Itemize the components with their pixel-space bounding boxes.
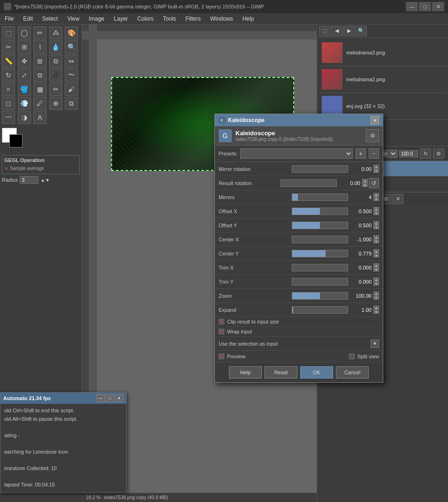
tool-blend[interactable]: ▦ — [33, 83, 46, 96]
panel-tool-3[interactable]: ▶ — [343, 26, 355, 36]
tool-rotate[interactable]: ↻ — [2, 69, 15, 82]
tool-free-select[interactable]: ✏ — [33, 26, 46, 39]
minimize-button[interactable]: — — [406, 2, 418, 11]
center-x-down[interactable]: ▼ — [373, 239, 379, 243]
result-rotation-reset-btn[interactable]: ↺ — [369, 178, 379, 188]
center-y-up[interactable]: ▲ — [373, 249, 379, 253]
split-view-checkbox[interactable] — [349, 354, 355, 359]
menu-tools[interactable]: Tools — [158, 13, 181, 24]
expand-up[interactable]: ▲ — [373, 306, 379, 309]
mirrors-bar[interactable] — [292, 193, 348, 201]
center-x-up[interactable]: ▲ — [373, 235, 379, 239]
zoom-up[interactable]: ▲ — [373, 292, 379, 295]
tool-ellipse-select[interactable]: ◯ — [18, 26, 31, 39]
tool-flip[interactable]: ⇔ — [65, 54, 78, 68]
trim-y-down[interactable]: ▼ — [373, 282, 379, 286]
zoom-bar[interactable] — [292, 292, 348, 300]
layers-refresh-btn[interactable]: ↻ — [420, 148, 431, 159]
offset-y-down[interactable]: ▼ — [373, 225, 379, 229]
background-color-swatch[interactable] — [9, 134, 23, 147]
presets-add-button[interactable]: + — [356, 148, 366, 159]
trim-x-bar[interactable] — [292, 264, 348, 271]
panel-tool-4[interactable]: 🔍 — [356, 26, 367, 36]
expand-down[interactable]: ▼ — [373, 310, 379, 314]
image-item-1[interactable]: melodrama3.png — [319, 39, 446, 66]
mirror-rotation-down[interactable]: ▼ — [373, 169, 379, 173]
menu-select[interactable]: Select — [38, 13, 62, 24]
tool-warp[interactable]: 〜 — [65, 69, 78, 82]
script-close-btn[interactable]: ✕ — [115, 394, 123, 402]
use-selection-dropdown[interactable]: ▼ — [371, 340, 379, 348]
center-y-down[interactable]: ▼ — [373, 254, 379, 257]
presets-select[interactable] — [240, 148, 353, 159]
tool-airbrush[interactable]: 💨 — [18, 97, 31, 110]
result-rotation-down[interactable]: ▼ — [362, 183, 368, 187]
tool-zoom[interactable]: 🔍 — [65, 40, 78, 54]
expand-bar[interactable] — [292, 306, 348, 314]
trim-x-down[interactable]: ▼ — [373, 268, 379, 271]
tool-eraser[interactable]: ◻ — [2, 97, 15, 110]
maximize-button[interactable]: □ — [419, 2, 431, 11]
result-rotation-bar[interactable] — [281, 179, 337, 187]
radius-input[interactable] — [20, 176, 38, 184]
tool-smudge[interactable]: 〰 — [2, 111, 15, 124]
trim-y-up[interactable]: ▲ — [373, 278, 379, 281]
offset-y-up[interactable]: ▲ — [373, 221, 379, 225]
delete-layer-btn[interactable]: ✕ — [392, 194, 403, 204]
offset-x-bar[interactable] — [292, 208, 348, 215]
center-y-bar[interactable] — [292, 250, 348, 257]
tool-transform[interactable]: ⧉ — [49, 54, 62, 68]
menu-view[interactable]: View — [62, 13, 84, 24]
tool-paths[interactable]: ⌇ — [33, 40, 46, 54]
close-button[interactable]: ✕ — [432, 2, 444, 11]
menu-file[interactable]: File — [0, 13, 18, 24]
presets-delete-button[interactable]: − — [369, 148, 379, 159]
tool-foreground-select[interactable]: ⊞ — [18, 40, 31, 54]
mirror-rotation-bar[interactable] — [292, 165, 348, 173]
tool-measure[interactable]: 📏 — [2, 54, 15, 68]
wrap-input-checkbox[interactable]: ✕ — [219, 329, 224, 334]
tool-color-picker[interactable]: 💧 — [49, 40, 62, 54]
dialog-close-button[interactable]: ✕ — [371, 116, 379, 124]
zoom-down[interactable]: ▼ — [373, 296, 379, 300]
tool-shear[interactable]: ⧉ — [33, 69, 46, 82]
result-rotation-up[interactable]: ▲ — [362, 179, 368, 183]
mirrors-down[interactable]: ▼ — [373, 197, 379, 201]
tool-bucket-fill[interactable]: 🪣 — [18, 83, 31, 96]
tool-dodge-burn[interactable]: ◑ — [18, 111, 31, 124]
canvas-zoom[interactable]: 18.2 % — [86, 495, 100, 500]
mirror-rotation-up[interactable]: ▲ — [373, 165, 379, 169]
script-minimize-btn[interactable]: — — [96, 394, 105, 402]
help-button[interactable]: Help — [229, 366, 262, 378]
menu-layer[interactable]: Layer — [109, 13, 133, 24]
offset-x-down[interactable]: ▼ — [373, 211, 379, 215]
tool-move[interactable]: ✥ — [18, 54, 31, 68]
clip-result-checkbox[interactable]: ✕ — [219, 319, 224, 324]
tool-cage[interactable]: ⌗ — [2, 83, 15, 96]
script-restore-btn[interactable]: □ — [106, 394, 114, 402]
tool-clone[interactable]: ⧉ — [65, 97, 78, 110]
offset-x-up[interactable]: ▲ — [373, 207, 379, 211]
layers-settings-btn[interactable]: ⚙ — [433, 148, 444, 159]
dialog-settings-button[interactable]: ⚙ — [366, 129, 379, 142]
menu-filters[interactable]: Filters — [181, 13, 205, 24]
tool-pencil[interactable]: ✏ — [49, 83, 62, 96]
trim-x-up[interactable]: ▲ — [373, 263, 379, 267]
tool-scissors[interactable]: ✂ — [2, 40, 15, 54]
ok-button[interactable]: OK — [300, 366, 333, 378]
tool-scale[interactable]: ⤢ — [18, 69, 31, 82]
panel-tool-2[interactable]: ◀ — [331, 26, 342, 36]
tool-perspective[interactable]: ⬛ — [49, 69, 62, 82]
menu-help[interactable]: Help — [238, 13, 259, 24]
reset-button[interactable]: Reset — [265, 366, 297, 378]
offset-y-bar[interactable] — [292, 222, 348, 229]
tool-ink[interactable]: 🖊 — [33, 97, 46, 110]
mirrors-up[interactable]: ▲ — [373, 193, 379, 197]
tool-fuzzy-select[interactable]: ⁂ — [49, 26, 62, 39]
cancel-button[interactable]: Cancel — [336, 366, 369, 378]
tool-select-by-color[interactable]: 🎨 — [65, 26, 78, 39]
menu-windows[interactable]: Windows — [205, 13, 238, 24]
menu-colors[interactable]: Colors — [133, 13, 159, 24]
image-item-2[interactable]: melodrama2.png — [319, 66, 446, 93]
preview-checkbox[interactable]: ✕ — [219, 354, 224, 359]
